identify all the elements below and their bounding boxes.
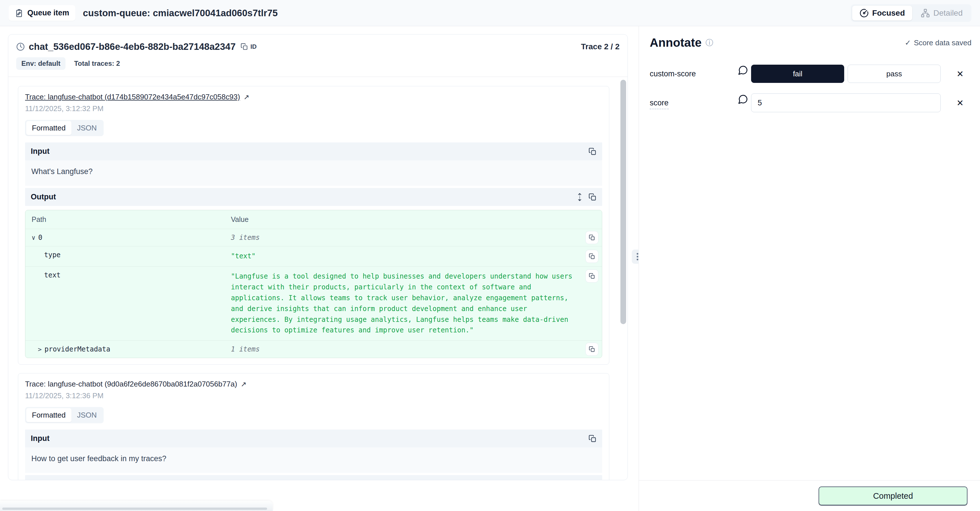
id-label: ID [250, 43, 256, 51]
row-path: type [32, 251, 231, 259]
input-label: Input [31, 434, 49, 443]
expand-vertical-icon[interactable] [576, 193, 583, 201]
check-icon: ✓ [905, 38, 911, 47]
column-header-value: Value [231, 215, 596, 224]
info-icon[interactable]: ⓘ [706, 38, 713, 48]
gauge-icon [859, 8, 869, 18]
row-value: "Langfuse is a tool designed to help bus… [231, 271, 577, 336]
copy-icon [240, 43, 248, 51]
tab-formatted[interactable]: Formatted [26, 408, 72, 422]
format-tabs: Formatted JSON [25, 407, 103, 423]
copy-input-button[interactable] [589, 148, 597, 156]
item-header: chat_536ed067-b86e-4eb6-882b-ba27148a234… [8, 35, 627, 77]
detailed-view-button[interactable]: Detailed [913, 6, 970, 21]
row-value: 1 items [231, 345, 577, 353]
table-row: ∨ 0 3 items [25, 229, 602, 246]
score-label: score [650, 99, 668, 109]
table-row: > providerMetadata 1 items [25, 341, 602, 358]
output-label: Output [31, 193, 56, 201]
score-row-custom-score: custom-score fail pass ✕ [650, 64, 972, 83]
view-mode-toggle: Focused Detailed [851, 4, 972, 22]
trace-link[interactable]: Trace: langfuse-chatbot (d174b1589072e43… [25, 92, 240, 101]
score-value-input[interactable] [751, 94, 941, 112]
comment-icon[interactable] [735, 65, 751, 75]
score-option-pass[interactable]: pass [848, 65, 941, 83]
input-section-header: Input [25, 142, 602, 160]
row-path: text [32, 271, 231, 279]
input-content: What's Langfuse? [25, 160, 602, 186]
copy-id-button[interactable]: ID [240, 43, 256, 51]
env-badge: Env: default [16, 57, 65, 70]
annotate-title: Annotate [650, 36, 702, 49]
trace-list: Trace: langfuse-chatbot (d174b1589072e43… [8, 77, 627, 480]
trace-timestamp: 11/12/2025, 3:12:36 PM [25, 392, 602, 400]
annotate-footer: Completed [639, 480, 980, 511]
tab-formatted[interactable]: Formatted [26, 121, 72, 135]
queue-item-page: Queue item custom-queue: cmiacwel70041ad… [0, 0, 980, 511]
copy-output-button[interactable] [589, 193, 597, 201]
page-title: custom-queue: cmiacwel70041ad060s7tlr75 [83, 8, 278, 19]
row-path: 0 [38, 234, 42, 242]
trace-card-1: Trace: langfuse-chatbot (d174b1589072e43… [18, 86, 609, 365]
clipboard-pen-icon [15, 9, 23, 18]
queue-item-panel: chat_536ed067-b86e-4eb6-882b-ba27148a234… [8, 34, 628, 480]
output-section-header: Output [25, 188, 602, 206]
tab-json[interactable]: JSON [72, 408, 102, 422]
input-content: How to get user feedback in my traces? [25, 447, 602, 473]
total-traces-label: Total traces: 2 [74, 59, 120, 67]
score-row-score: score ✕ [650, 94, 972, 112]
delete-score-button[interactable]: ✕ [956, 69, 964, 79]
detailed-view-label: Detailed [933, 8, 963, 18]
copy-row-button[interactable] [585, 250, 598, 263]
bottom-scroll-surface [0, 501, 273, 511]
copy-row-button[interactable] [585, 231, 598, 244]
copy-row-button[interactable] [585, 343, 598, 356]
delete-score-button[interactable]: ✕ [956, 98, 964, 108]
tree-network-icon [921, 8, 930, 18]
top-header-bar: Queue item custom-queue: cmiacwel70041ad… [0, 0, 980, 26]
table-row: type "text" [25, 246, 602, 266]
comment-icon[interactable] [735, 94, 751, 104]
output-json-table: Path Value ∨ 0 3 items [25, 210, 602, 358]
vertical-scrollbar-thumb[interactable] [620, 80, 626, 324]
output-section-header: Output [25, 475, 602, 480]
chevron-down-icon[interactable]: ∨ [32, 234, 35, 241]
chevron-right-icon[interactable]: > [38, 346, 41, 353]
save-status: ✓ Score data saved [905, 38, 972, 47]
trace-card-2: Trace: langfuse-chatbot (9d0a6f2e6de8670… [18, 373, 609, 480]
external-link-icon: ↗ [244, 93, 250, 101]
score-option-fail[interactable]: fail [751, 65, 844, 83]
clock-icon [16, 43, 25, 51]
trace-link[interactable]: Trace: langfuse-chatbot (9d0a6f2e6de8670… [25, 380, 237, 388]
trace-counter: Trace 2 / 2 [581, 42, 620, 51]
completed-button[interactable]: Completed [819, 487, 967, 505]
copy-input-button[interactable] [589, 435, 597, 443]
column-header-path: Path [32, 215, 231, 224]
tab-json[interactable]: JSON [72, 121, 102, 135]
horizontal-scrollbar-thumb[interactable] [2, 508, 267, 510]
trace-timestamp: 11/12/2025, 3:12:32 PM [25, 104, 602, 113]
copy-row-button[interactable] [585, 269, 598, 283]
input-section-header: Input [25, 430, 602, 447]
focused-view-label: Focused [872, 8, 905, 18]
queue-item-badge-label: Queue item [27, 8, 69, 18]
table-row: text "Langfuse is a tool designed to hel… [25, 266, 602, 341]
item-title: chat_536ed067-b86e-4eb6-882b-ba27148a234… [29, 41, 235, 52]
focused-view-button[interactable]: Focused [852, 6, 912, 21]
row-value: 3 items [231, 234, 577, 242]
row-value: "text" [231, 251, 577, 262]
input-label: Input [31, 147, 49, 156]
annotate-panel: Annotate ⓘ ✓ Score data saved custom-sco… [639, 26, 980, 480]
score-label: custom-score [650, 70, 735, 78]
save-status-label: Score data saved [914, 38, 972, 47]
queue-item-badge: Queue item [8, 5, 75, 21]
external-link-icon: ↗ [240, 380, 246, 388]
format-tabs: Formatted JSON [25, 120, 103, 136]
row-path: providerMetadata [45, 345, 110, 353]
